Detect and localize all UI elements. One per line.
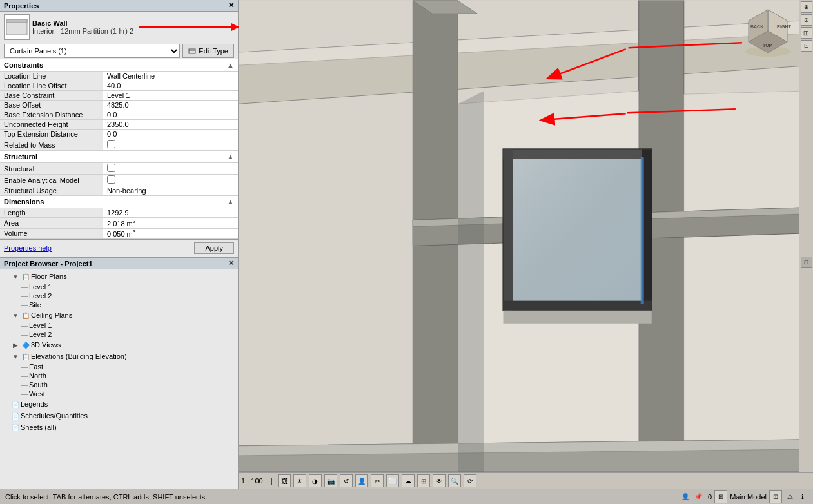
table-row: Base Constraint — [0, 91, 238, 101]
building-3d-view — [239, 0, 813, 472]
tree-item-schedules[interactable]: 📄 Schedules/Quantities — [0, 410, 238, 422]
element-dropdown[interactable]: Curtain Panels (1) — [4, 44, 180, 58]
browser-content[interactable]: ▼ 📋 Floor Plans — Level 1 — Level 2 — Si… — [0, 269, 238, 489]
tree-item-legends[interactable]: 📄 Legends — [0, 398, 238, 410]
dimensions-collapse-btn[interactable]: ▲ — [227, 198, 234, 206]
constraints-section-header[interactable]: Constraints ▲ — [0, 59, 238, 72]
folder-expand-icon: ▼ — [10, 271, 21, 282]
related-to-mass-checkbox[interactable] — [107, 140, 115, 148]
tree-item-level2-ceiling[interactable]: — Level 2 — [0, 330, 238, 339]
properties-close-button[interactable]: ✕ — [228, 1, 234, 10]
structural-section-header[interactable]: Structural ▲ — [0, 151, 238, 163]
viewport-toolbar: 1 : 100 | 🖼 ☀ ◑ 📷 ↺ 👤 ✂ ⬜ ☁ ⊞ 👁 🔍 ⟳ — [239, 472, 813, 489]
properties-panel-title: Properties — [4, 2, 39, 10]
tree-item-level2-floor[interactable]: — Level 2 — [0, 291, 238, 300]
toolbar-btn-rotate[interactable]: ↺ — [340, 474, 353, 487]
properties-footer: Properties help Apply — [0, 239, 238, 257]
constraints-collapse-btn[interactable]: ▲ — [227, 61, 234, 69]
toolbar-btn-render[interactable]: ⬜ — [386, 474, 399, 487]
svg-rect-20 — [503, 149, 513, 310]
toolbar-btn-sun[interactable]: ☀ — [293, 474, 306, 487]
elevations-expand-icon: ▼ — [10, 351, 21, 362]
legends-icon: 📄 — [10, 399, 21, 409]
view-cube[interactable]: RIGHT BACK TOP ↑ — [742, 6, 794, 58]
tree-item-west[interactable]: — West — [0, 389, 238, 398]
tree-item-level1-floor[interactable]: — Level 1 — [0, 282, 238, 291]
browser-close-button[interactable]: ✕ — [228, 259, 234, 267]
unconnected-height-row: Unconnected Height — [0, 120, 238, 130]
structural-usage-input[interactable] — [107, 187, 234, 195]
apply-button[interactable]: Apply — [194, 242, 234, 254]
table-row: Length 1292.9 — [0, 208, 238, 218]
table-row: Base Extension Distance — [0, 110, 238, 120]
base-constraint-input[interactable] — [107, 92, 234, 99]
analytical-model-checkbox[interactable] — [107, 175, 115, 184]
status-workset-btn[interactable]: ⊞ — [714, 490, 727, 503]
svg-rect-19 — [503, 149, 651, 159]
svg-text:TOP: TOP — [763, 43, 772, 48]
ceiling-plans-icon: 📋 — [21, 310, 31, 320]
properties-table: Constraints ▲ Location Line Location Lin… — [0, 59, 238, 239]
toolbar-btn-crop[interactable]: ⊞ — [417, 474, 430, 487]
tree-item-ceiling-plans[interactable]: ▼ 📋 Ceiling Plans — [0, 309, 238, 321]
tree-item-sheets[interactable]: 📄 Sheets (all) — [0, 422, 238, 433]
structural-checkbox[interactable] — [107, 164, 115, 172]
edit-type-button[interactable]: Edit Type — [182, 44, 234, 58]
svg-marker-27 — [458, 91, 484, 472]
main-viewport[interactable]: RIGHT BACK TOP ↑ ⊕ ⊙ ◫ ⊡ □ 1 : 100 — [239, 0, 813, 489]
tree-item-elevations[interactable]: ▼ 📋 Elevations (Building Elevation) — [0, 351, 238, 362]
rt-btn-3[interactable]: ◫ — [801, 27, 812, 39]
tree-item-east[interactable]: — East — [0, 362, 238, 371]
structural-collapse-btn[interactable]: ▲ — [227, 153, 234, 160]
toolbar-btn-walk[interactable]: 👤 — [355, 474, 368, 487]
table-row: Enable Analytical Model — [0, 175, 238, 186]
toolbar-btn-hide[interactable]: 👁 — [433, 474, 446, 487]
svg-rect-22 — [503, 301, 651, 311]
unconnected-height-input[interactable] — [107, 121, 234, 128]
table-row: Base Offset — [0, 101, 238, 110]
location-line-offset-input[interactable] — [107, 82, 234, 90]
type-selector-area: Basic Wall Interior - 12mm Partition (1-… — [0, 12, 238, 43]
elevations-icon: 📋 — [21, 351, 31, 362]
base-ext-dist-input[interactable] — [107, 111, 234, 119]
browser-title-bar: Project Browser - Project1 ✕ — [0, 258, 238, 269]
floor-plans-icon: 📋 — [21, 271, 31, 282]
toolbar-btn-cloud[interactable]: ☁ — [402, 474, 415, 487]
tree-item-south[interactable]: — South — [0, 380, 238, 389]
status-person-icon: 👤 — [680, 492, 691, 502]
tree-item-floor-plans[interactable]: ▼ 📋 Floor Plans — [0, 271, 238, 282]
properties-scroll-area[interactable]: Constraints ▲ Location Line Location Lin… — [0, 59, 238, 239]
status-info-icon[interactable]: ℹ — [798, 492, 808, 502]
status-design-options-btn[interactable]: ⊡ — [769, 490, 782, 503]
tree-item-north[interactable]: — North — [0, 371, 238, 380]
toolbar-btn-section[interactable]: ✂ — [371, 474, 384, 487]
toolbar-btn-temporary[interactable]: 🔍 — [448, 474, 461, 487]
toolbar-btn-camera[interactable]: 📷 — [324, 474, 337, 487]
toolbar-btn-reset[interactable]: ⟳ — [464, 474, 476, 487]
schedules-icon: 📄 — [10, 411, 21, 421]
toolbar-btn-shade[interactable]: ◑ — [309, 474, 322, 487]
properties-help-link[interactable]: Properties help — [4, 244, 52, 252]
svg-marker-13 — [684, 91, 800, 465]
location-line-input[interactable] — [107, 72, 234, 80]
status-warning-icon[interactable]: ⚠ — [785, 492, 795, 502]
toolbar-view-btn-1[interactable]: 🖼 — [278, 474, 291, 487]
dimensions-section-header[interactable]: Dimensions ▲ — [0, 196, 238, 208]
base-offset-input[interactable] — [107, 101, 234, 109]
project-browser-panel: Project Browser - Project1 ✕ ▼ 📋 Floor P… — [0, 258, 238, 489]
scale-label: 1 : 100 — [241, 477, 263, 485]
svg-marker-26 — [503, 311, 651, 324]
rt-btn-1[interactable]: ⊕ — [801, 1, 812, 13]
tree-item-level1-ceiling[interactable]: — Level 1 — [0, 321, 238, 330]
type-detail: Interior - 12mm Partition (1-hr) 2 — [32, 27, 133, 35]
viewport-content[interactable]: RIGHT BACK TOP ↑ ⊕ ⊙ ◫ ⊡ □ — [239, 0, 813, 472]
model-name-label: Main Model — [730, 493, 767, 501]
table-row: Structural — [0, 163, 238, 175]
rt-btn-4[interactable]: ⊡ — [801, 40, 812, 52]
scroll-thumb[interactable]: □ — [801, 257, 812, 268]
rt-btn-2[interactable]: ⊙ — [801, 14, 812, 26]
top-ext-dist-input[interactable] — [107, 130, 234, 138]
right-toolbar: ⊕ ⊙ ◫ ⊡ □ — [799, 0, 813, 472]
tree-item-3d-views[interactable]: ▶ 🔷 3D Views — [0, 339, 238, 351]
tree-item-site[interactable]: — Site — [0, 300, 238, 309]
